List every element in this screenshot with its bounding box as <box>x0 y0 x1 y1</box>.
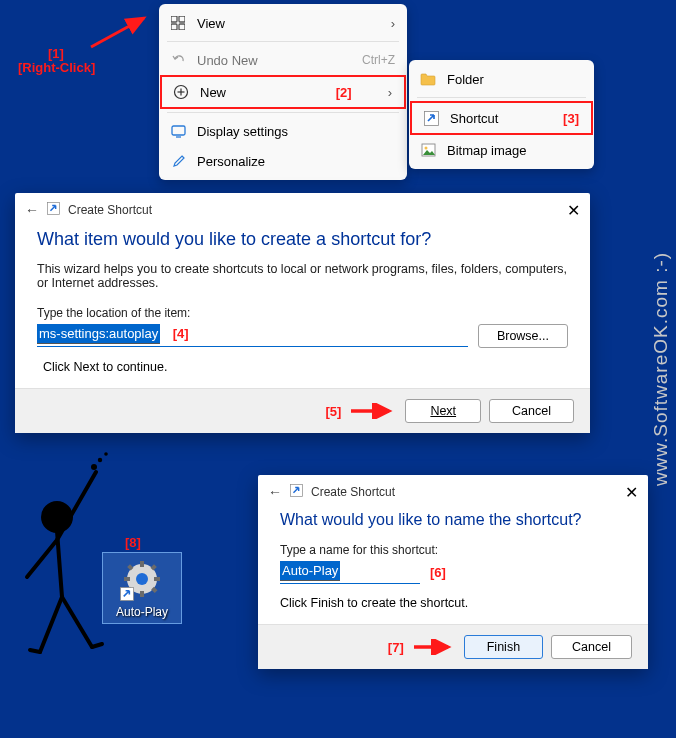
dialog-heading: What item would you like to create a sho… <box>15 223 590 260</box>
menu-personalize[interactable]: Personalize <box>159 146 407 176</box>
svg-point-26 <box>136 573 148 585</box>
menu-display-label: Display settings <box>197 124 395 139</box>
shortcut-mini-icon <box>290 483 303 501</box>
shortcut-mini-icon <box>47 201 60 219</box>
next-button[interactable]: Next <box>405 399 481 423</box>
ann-7: [7] <box>388 640 404 655</box>
image-icon <box>419 141 437 159</box>
arrow-7 <box>412 639 456 655</box>
shortcut-icon <box>422 109 440 127</box>
chevron-right-icon: › <box>391 16 395 31</box>
dialog-desc: This wizard helps you to create shortcut… <box>15 260 590 292</box>
dialog-title: Create Shortcut <box>68 203 152 217</box>
ann-8: [8] <box>125 535 141 550</box>
dialog-heading: What would you like to name the shortcut… <box>258 505 648 539</box>
menu-undo-label: Undo New <box>197 53 352 68</box>
menu-new-label: New <box>200 85 356 100</box>
ann-5: [5] <box>325 404 341 419</box>
svg-point-37 <box>98 458 102 462</box>
menu-undo-shortcut: Ctrl+Z <box>362 53 395 67</box>
ann-4: [4] <box>173 326 189 341</box>
watermark-vertical: www.SoftwareOK.com :-) <box>650 252 672 486</box>
finish-button[interactable]: Finish <box>464 635 543 659</box>
dialog-create-shortcut-2: ✕ ← Create Shortcut What would you like … <box>258 475 648 669</box>
brush-icon <box>169 152 187 170</box>
svg-line-34 <box>30 650 40 652</box>
grid-icon <box>169 14 187 32</box>
menu-separator <box>167 112 399 113</box>
browse-button[interactable]: Browse... <box>478 324 568 348</box>
undo-icon <box>169 51 187 69</box>
menu-view[interactable]: View › <box>159 8 407 38</box>
menu-new[interactable]: New [2] › <box>160 75 406 109</box>
menu-view-label: View <box>197 16 381 31</box>
svg-line-35 <box>92 644 102 647</box>
svg-point-12 <box>424 147 427 150</box>
svg-rect-20 <box>124 577 130 581</box>
display-icon <box>169 122 187 140</box>
dialog-hint: Click Finish to create the shortcut. <box>258 588 648 624</box>
menu-bitmap[interactable]: Bitmap image <box>409 135 594 165</box>
svg-rect-8 <box>172 126 185 135</box>
location-value: ms-settings:autoplay <box>37 324 160 344</box>
dialog-title: Create Shortcut <box>311 485 395 499</box>
back-button[interactable]: ← <box>268 484 282 500</box>
context-menu-new: Folder Shortcut [3] Bitmap image <box>409 60 594 169</box>
svg-rect-4 <box>179 24 185 30</box>
svg-line-0 <box>91 18 144 47</box>
dialog-footer: [7] Finish Cancel <box>258 624 648 669</box>
plus-circle-icon <box>172 83 190 101</box>
cancel-button[interactable]: Cancel <box>551 635 632 659</box>
menu-undo[interactable]: Undo New Ctrl+Z <box>159 45 407 75</box>
menu-folder-label: Folder <box>447 72 582 87</box>
svg-rect-21 <box>154 577 160 581</box>
menu-display-settings[interactable]: Display settings <box>159 116 407 146</box>
ann-1a: [1] <box>48 46 64 61</box>
name-value: Auto-Play <box>280 561 340 581</box>
svg-rect-3 <box>171 24 177 30</box>
stick-figure-decoration <box>12 422 122 682</box>
chevron-right-icon: › <box>388 85 392 100</box>
back-button[interactable]: ← <box>25 202 39 218</box>
menu-shortcut[interactable]: Shortcut [3] <box>410 101 593 135</box>
name-input[interactable]: Auto-Play <box>280 561 420 584</box>
svg-rect-2 <box>179 16 185 22</box>
ann-3: [3] <box>563 111 579 126</box>
menu-separator <box>417 97 586 98</box>
svg-line-32 <box>40 597 62 652</box>
context-menu-main: View › Undo New Ctrl+Z New [2] › Display… <box>159 4 407 180</box>
svg-point-36 <box>91 464 97 470</box>
location-input[interactable]: ms-settings:autoplay [4] <box>37 324 468 347</box>
svg-line-33 <box>62 597 92 647</box>
folder-icon <box>419 70 437 88</box>
cancel-button[interactable]: Cancel <box>489 399 574 423</box>
menu-separator <box>167 41 399 42</box>
menu-folder[interactable]: Folder <box>409 64 594 94</box>
arrow-5 <box>349 403 397 419</box>
ann-1b: [Right-Click] <box>18 60 95 75</box>
settings-gear-icon <box>120 557 164 601</box>
svg-rect-18 <box>140 561 144 567</box>
dialog-hint: Click Next to continue. <box>15 352 590 388</box>
location-label: Type the location of the item: <box>15 292 590 324</box>
menu-personalize-label: Personalize <box>197 154 395 169</box>
menu-bitmap-label: Bitmap image <box>447 143 582 158</box>
arrow-1 <box>86 12 156 52</box>
menu-shortcut-label: Shortcut <box>450 111 539 126</box>
svg-rect-1 <box>171 16 177 22</box>
svg-rect-19 <box>140 591 144 597</box>
svg-line-31 <box>27 540 57 577</box>
dialog-create-shortcut-1: ✕ ← Create Shortcut What item would you … <box>15 193 590 433</box>
close-button[interactable]: ✕ <box>567 201 580 220</box>
close-button[interactable]: ✕ <box>625 483 638 502</box>
ann-6: [6] <box>430 565 446 580</box>
name-label: Type a name for this shortcut: <box>258 539 648 561</box>
svg-point-38 <box>104 452 108 456</box>
